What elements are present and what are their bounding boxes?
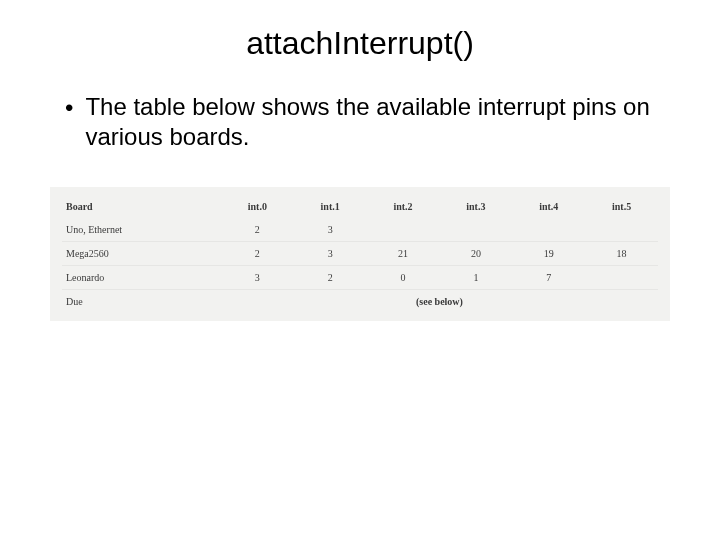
- table-row: Uno, Ethernet 2 3: [62, 218, 658, 242]
- cell-int5: [585, 266, 658, 290]
- cell-int0: 2: [221, 242, 294, 266]
- th-int5: int.5: [585, 195, 658, 218]
- th-int2: int.2: [367, 195, 440, 218]
- cell-int3: 1: [439, 266, 512, 290]
- bullet-dot-icon: •: [65, 92, 73, 124]
- bullet-block: • The table below shows the available in…: [40, 92, 680, 152]
- table-row-due: Due (see below): [62, 290, 658, 314]
- cell-int4: 19: [512, 242, 585, 266]
- cell-board: Uno, Ethernet: [62, 218, 221, 242]
- page-title: attachInterrupt(): [40, 25, 680, 62]
- cell-board-due: Due: [62, 290, 221, 314]
- cell-int3: 20: [439, 242, 512, 266]
- bullet-item: • The table below shows the available in…: [65, 92, 680, 152]
- cell-int5: 18: [585, 242, 658, 266]
- cell-int1: 2: [294, 266, 367, 290]
- table-header-row: Board int.0 int.1 int.2 int.3 int.4 int.…: [62, 195, 658, 218]
- th-int0: int.0: [221, 195, 294, 218]
- cell-int3: [439, 218, 512, 242]
- cell-board: Leonardo: [62, 266, 221, 290]
- cell-board: Mega2560: [62, 242, 221, 266]
- cell-int2: 0: [367, 266, 440, 290]
- table-row: Mega2560 2 3 21 20 19 18: [62, 242, 658, 266]
- th-int1: int.1: [294, 195, 367, 218]
- cell-int5: [585, 218, 658, 242]
- cell-int4: [512, 218, 585, 242]
- cell-int0: 3: [221, 266, 294, 290]
- cell-int1: 3: [294, 242, 367, 266]
- interrupt-table: Board int.0 int.1 int.2 int.3 int.4 int.…: [62, 195, 658, 313]
- table-row: Leonardo 3 2 0 1 7: [62, 266, 658, 290]
- slide: attachInterrupt() • The table below show…: [0, 0, 720, 540]
- cell-see-below: (see below): [221, 290, 658, 314]
- th-int3: int.3: [439, 195, 512, 218]
- cell-int4: 7: [512, 266, 585, 290]
- cell-int2: [367, 218, 440, 242]
- interrupt-table-wrap: Board int.0 int.1 int.2 int.3 int.4 int.…: [50, 187, 670, 321]
- bullet-text: The table below shows the available inte…: [85, 92, 680, 152]
- th-int4: int.4: [512, 195, 585, 218]
- cell-int0: 2: [221, 218, 294, 242]
- cell-int2: 21: [367, 242, 440, 266]
- cell-int1: 3: [294, 218, 367, 242]
- th-board: Board: [62, 195, 221, 218]
